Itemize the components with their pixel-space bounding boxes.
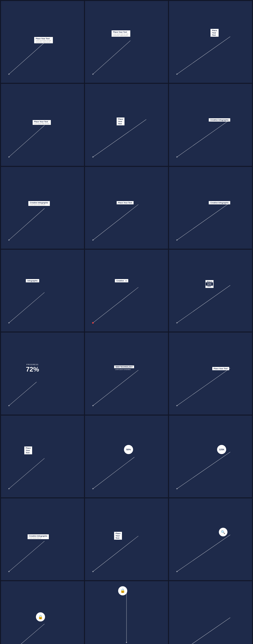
- svg-point-35: [176, 488, 178, 489]
- svg-line-0: [9, 43, 45, 74]
- svg-line-22: [177, 285, 230, 323]
- svg-line-16: [177, 202, 230, 240]
- svg-line-46: [177, 618, 230, 644]
- cell-8: Place Your Text: [85, 167, 168, 249]
- lock-icon-22: 🔒: [36, 612, 45, 621]
- cell-17: 50%: [85, 416, 168, 497]
- progress-13: PROGRESS 72%: [26, 364, 39, 373]
- svg-point-7: [8, 157, 10, 158]
- cell-21: 🔍: [169, 498, 252, 580]
- svg-line-10: [177, 120, 230, 157]
- svg-point-5: [176, 74, 178, 75]
- svg-point-39: [92, 571, 94, 572]
- svg-point-29: [176, 405, 178, 406]
- cell-4: Place Your Text Lorem ipsum dolor sit am…: [1, 84, 84, 166]
- cell-24: 27 Dec: [169, 581, 252, 644]
- cell-13: PROGRESS 72%: [1, 333, 84, 414]
- svg-line-2: [93, 41, 130, 74]
- label-9: Creative Infographic: [209, 201, 230, 204]
- label-15: Place Your Text: [212, 367, 229, 370]
- svg-line-14: [93, 204, 138, 240]
- svg-point-3: [92, 74, 94, 75]
- label-7: Creative Infographic Lorem ipsum dolor s…: [28, 201, 50, 206]
- cell-5: 01 Place Your Text: [85, 84, 168, 166]
- svg-line-38: [93, 536, 138, 572]
- cell-1: Place Your Text Lorem ipsum dolor sit am…: [1, 1, 84, 83]
- svg-point-25: [8, 405, 10, 406]
- svg-line-26: [93, 370, 138, 406]
- svg-point-1: [8, 74, 10, 75]
- svg-point-11: [176, 157, 178, 158]
- svg-point-45: [126, 642, 127, 643]
- svg-line-36: [9, 541, 45, 572]
- svg-point-19: [8, 322, 10, 324]
- svg-line-42: [9, 624, 45, 644]
- label-3: 01 Place Your Text: [210, 31, 215, 34]
- cell-6: Creative Infographic: [169, 84, 252, 166]
- label-1: Place Your Text Lorem ipsum dolor sit am…: [34, 37, 53, 43]
- lock-icon-23: 🔒: [118, 586, 127, 595]
- cell-3: 01 Place Your Text: [169, 1, 252, 83]
- label-4: Place Your Text Lorem ipsum dolor sit am…: [33, 120, 51, 125]
- label-8: Place Your Text: [117, 201, 134, 204]
- svg-line-24: [9, 382, 36, 406]
- svg-line-28: [177, 368, 230, 406]
- label-6: Creative Infographic: [209, 118, 230, 122]
- cell-7: Creative Infographic Lorem ipsum dolor s…: [1, 167, 84, 249]
- cell-9: Creative Infographic: [169, 167, 252, 249]
- cell-20: 01 Place Your Text: [85, 498, 168, 580]
- svg-point-33: [92, 488, 94, 489]
- label-20: 01 Place Your Text: [114, 534, 118, 537]
- svg-point-23: [176, 322, 178, 324]
- svg-line-18: [9, 292, 45, 323]
- circle-18: 125K: [217, 445, 226, 454]
- cell-16: $300 Place Your Text: [1, 416, 84, 497]
- cell-18: 125K: [169, 416, 252, 497]
- svg-line-12: [9, 208, 45, 240]
- cell-10: Creative Infographic: [1, 250, 84, 331]
- svg-line-30: [9, 458, 45, 489]
- svg-point-27: [92, 405, 94, 406]
- label-19: Creative Infographic Lorem ipsum dolor s…: [28, 534, 49, 539]
- label-14: NEW TECHNOLOGY Lorem ipsum consectetur: [114, 365, 134, 371]
- svg-line-4: [177, 37, 230, 74]
- svg-point-41: [176, 571, 178, 572]
- svg-line-34: [177, 452, 230, 489]
- svg-point-37: [8, 571, 10, 572]
- cell-19: Creative Infographic Lorem ipsum dolor s…: [1, 498, 84, 580]
- svg-point-21: [92, 322, 94, 324]
- svg-point-9: [92, 157, 94, 158]
- svg-line-32: [93, 457, 134, 489]
- cell-12: Place Your Text $250: [169, 250, 252, 331]
- svg-line-40: [177, 535, 230, 572]
- cell-23: 🔒: [85, 581, 168, 644]
- svg-point-31: [8, 488, 10, 489]
- circle-17: 50%: [124, 445, 133, 454]
- cell-11: Infographic Creative: [85, 250, 168, 331]
- search-icon-circle-21: 🔍: [219, 528, 227, 536]
- main-grid: Place Your Text Lorem ipsum dolor sit am…: [0, 0, 253, 644]
- cell-22: 🔒: [1, 581, 84, 644]
- svg-point-17: [176, 239, 178, 241]
- label-2: Place Your Text Lorem ipsum dolor sit am…: [112, 30, 130, 37]
- label-16: $300 Place Your Text: [24, 446, 31, 449]
- cell-2: Place Your Text Lorem ipsum dolor sit am…: [85, 1, 168, 83]
- svg-line-6: [9, 125, 45, 157]
- svg-point-15: [92, 239, 94, 241]
- label-5: 01 Place Your Text: [117, 120, 121, 123]
- cell-14: NEW TECHNOLOGY Lorem ipsum consectetur: [85, 333, 168, 414]
- svg-point-13: [8, 239, 10, 241]
- svg-line-20: [93, 287, 138, 323]
- cell-15: Place Your Text: [169, 333, 252, 414]
